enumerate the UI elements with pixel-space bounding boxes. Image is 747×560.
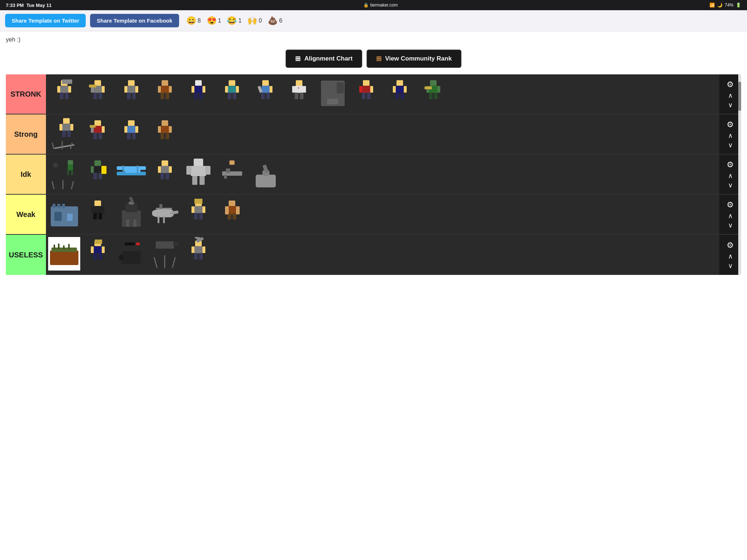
poop-emoji: 💩 xyxy=(268,16,278,26)
up-button-strong[interactable]: ∧ xyxy=(728,132,733,139)
tier-label-useless: USELESS xyxy=(6,235,46,275)
list-item[interactable] xyxy=(216,157,248,190)
reaction-laughing[interactable]: 😂 1 xyxy=(227,16,241,26)
reactions-row: 😄 8 😍 1 😂 1 🙌 0 💩 6 xyxy=(186,16,283,26)
list-item[interactable] xyxy=(115,157,147,190)
list-item[interactable] xyxy=(149,157,181,190)
scrollbar[interactable] xyxy=(738,74,741,275)
tier-row-weak: Weak xyxy=(6,195,741,235)
list-item[interactable] xyxy=(82,117,114,150)
laughing-count: 1 xyxy=(238,18,241,24)
list-item[interactable] xyxy=(182,197,214,230)
alignment-chart-label: Alignment Chart xyxy=(304,55,352,62)
tier-controls-weak: ⚙ ∧ ∨ xyxy=(719,195,741,234)
list-item[interactable] xyxy=(82,77,114,110)
down-button-idk[interactable]: ∨ xyxy=(728,182,733,188)
down-button-useless[interactable]: ∨ xyxy=(728,262,733,269)
tier-controls-idk: ⚙ ∧ ∨ xyxy=(719,155,741,194)
list-item[interactable] xyxy=(48,197,80,230)
lock-icon: 🔒 xyxy=(363,3,369,8)
list-item[interactable] xyxy=(115,77,147,110)
tier-items-idk xyxy=(46,155,719,194)
reaction-poop[interactable]: 💩 6 xyxy=(268,16,282,26)
share-facebook-button[interactable]: Share Template on Facebook xyxy=(90,14,179,27)
list-item[interactable] xyxy=(48,157,80,190)
list-item[interactable] xyxy=(48,77,80,110)
list-item[interactable] xyxy=(115,197,147,230)
list-item[interactable]: + xyxy=(283,77,315,110)
laughing-emoji: 😂 xyxy=(227,16,237,26)
list-item[interactable] xyxy=(149,197,181,230)
down-button-weak[interactable]: ∨ xyxy=(728,222,733,229)
heart-eyes-count: 1 xyxy=(218,18,221,24)
tier-label-idk: Idk xyxy=(6,155,46,194)
happy-emoji: 😄 xyxy=(186,16,196,26)
tier-items-weak xyxy=(46,195,719,234)
share-twitter-button[interactable]: Share Template on Twitter xyxy=(5,14,86,27)
scrollbar-thumb[interactable] xyxy=(738,82,741,111)
tier-list-wrapper: STRONK xyxy=(6,74,741,275)
list-item[interactable] xyxy=(417,77,449,110)
battery-level: 74% xyxy=(725,3,734,8)
list-item[interactable] xyxy=(317,77,349,110)
down-button-strong[interactable]: ∨ xyxy=(728,142,733,148)
gear-button-useless[interactable]: ⚙ xyxy=(727,241,734,250)
gear-button-strong[interactable]: ⚙ xyxy=(727,120,734,129)
tier-controls-useless: ⚙ ∧ ∨ xyxy=(719,235,741,275)
happy-count: 8 xyxy=(198,18,201,24)
list-item[interactable] xyxy=(82,157,114,190)
list-item[interactable] xyxy=(216,77,248,110)
tier-label-weak: Weak xyxy=(6,195,46,234)
gear-button-weak[interactable]: ⚙ xyxy=(727,200,734,210)
reaction-happy[interactable]: 😄 8 xyxy=(186,16,201,26)
list-item[interactable] xyxy=(48,117,80,150)
up-button-idk[interactable]: ∧ xyxy=(728,172,733,179)
status-time: 7:33 PM Tue May 11 xyxy=(6,3,52,8)
content-area: yeh :) ⊞ Alignment Chart ⊞ View Communit… xyxy=(0,31,747,275)
list-item[interactable] xyxy=(115,117,147,150)
list-item[interactable] xyxy=(48,237,80,271)
tier-controls-strong: ⚙ ∧ ∨ xyxy=(719,114,741,154)
tier-list: STRONK xyxy=(6,74,741,275)
up-button-weak[interactable]: ∧ xyxy=(728,213,733,219)
tier-label-strong: Strong xyxy=(6,114,46,154)
list-item[interactable] xyxy=(182,237,214,271)
tier-row-strong: Strong xyxy=(6,114,741,155)
alignment-chart-button[interactable]: ⊞ Alignment Chart xyxy=(286,50,362,68)
reaction-heart-eyes[interactable]: 😍 1 xyxy=(207,16,221,26)
list-item[interactable] xyxy=(216,197,248,230)
status-right: 📶 🌙 74% 🔋 xyxy=(709,3,741,8)
list-item[interactable] xyxy=(115,237,147,271)
list-item[interactable] xyxy=(249,157,282,190)
community-rank-label: View Community Rank xyxy=(385,55,452,62)
list-item[interactable] xyxy=(149,237,181,271)
tier-row-useless: USELESS xyxy=(6,235,741,275)
list-item[interactable] xyxy=(350,77,382,110)
gear-button-idk[interactable]: ⚙ xyxy=(727,160,734,170)
tier-items-stronk: + xyxy=(46,74,719,114)
status-bar: 7:33 PM Tue May 11 🔒 tiermaker.com 📶 🌙 7… xyxy=(0,0,747,10)
tier-controls-stronk: ⚙ ∧ ∨ xyxy=(719,74,741,114)
praise-emoji: 🙌 xyxy=(247,16,257,26)
gear-button-stronk[interactable]: ⚙ xyxy=(727,80,734,89)
list-item[interactable] xyxy=(82,237,114,271)
down-button-stronk[interactable]: ∨ xyxy=(728,102,733,108)
list-item[interactable] xyxy=(82,197,114,230)
view-community-rank-button[interactable]: ⊞ View Community Rank xyxy=(367,50,461,68)
user-comment: yeh :) xyxy=(6,36,741,43)
list-item[interactable] xyxy=(149,117,181,150)
list-item[interactable] xyxy=(182,77,214,110)
moon-icon: 🌙 xyxy=(717,3,723,8)
tier-label-stronk: STRONK xyxy=(6,74,46,114)
heart-eyes-emoji: 😍 xyxy=(207,16,217,26)
up-button-stronk[interactable]: ∧ xyxy=(728,92,733,99)
action-buttons-row: ⊞ Alignment Chart ⊞ View Community Rank xyxy=(6,50,741,68)
list-item[interactable] xyxy=(149,77,181,110)
list-item[interactable] xyxy=(384,77,416,110)
tier-items-useless xyxy=(46,235,719,275)
list-item[interactable] xyxy=(182,157,214,190)
reaction-praise[interactable]: 🙌 0 xyxy=(247,16,262,26)
up-button-useless[interactable]: ∧ xyxy=(728,253,733,260)
list-item[interactable] xyxy=(249,77,282,110)
tier-row-stronk: STRONK xyxy=(6,74,741,114)
